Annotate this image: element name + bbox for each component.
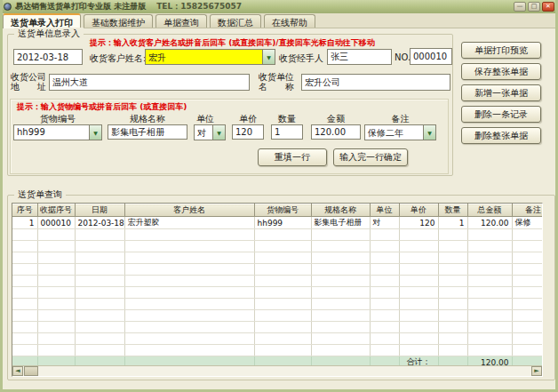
query-empty-cell (37, 322, 75, 333)
query-empty-cell (254, 287, 311, 299)
query-cell[interactable]: 宏升塑胶 (124, 217, 254, 229)
query-empty-cell (75, 345, 124, 356)
query-empty-cell (124, 264, 254, 276)
query-header-cell[interactable]: 日期 (75, 204, 124, 217)
customer-name-combo[interactable]: 宏升 ▼ (145, 49, 275, 65)
query-empty-cell (12, 229, 37, 241)
query-empty-cell (75, 310, 124, 322)
item-code-combo[interactable]: hh999 ▼ (13, 124, 102, 140)
close-button[interactable]: ✕ (542, 2, 554, 12)
query-empty-cell (467, 287, 512, 299)
query-empty-row (12, 287, 543, 299)
query-header-cell[interactable]: 总金额 (467, 204, 512, 217)
maximize-button[interactable]: □ (528, 2, 540, 12)
query-empty-cell (254, 299, 311, 310)
query-header-cell[interactable]: 备注 (512, 204, 543, 217)
query-cell[interactable]: 120 (399, 217, 438, 229)
query-empty-cell (124, 333, 254, 345)
delete-document-button[interactable]: 删除整张单据 (461, 127, 541, 144)
item-spec-input[interactable] (108, 124, 187, 140)
chevron-down-icon[interactable]: ▼ (89, 125, 101, 140)
query-empty-cell (399, 229, 438, 241)
query-empty-cell (512, 276, 543, 287)
query-cell[interactable]: 1 (438, 217, 467, 229)
chevron-down-icon[interactable]: ▼ (212, 125, 225, 140)
print-preview-button[interactable]: 单据打印预览 (461, 42, 541, 59)
no-input[interactable] (410, 48, 452, 65)
receiver-name-input[interactable] (301, 74, 450, 91)
query-empty-cell (399, 264, 438, 276)
query-empty-cell (12, 287, 37, 299)
horizontal-scrollbar[interactable]: ◄ ► (12, 365, 542, 376)
query-empty-cell (512, 322, 543, 333)
tab-base-data[interactable]: 基础数据维护 (84, 14, 153, 28)
chevron-down-icon[interactable]: ▼ (262, 50, 275, 64)
query-table-viewport: 序号收据序号日期客户姓名货物编号规格名称单位单价数量总金额备注 10000102… (12, 203, 543, 377)
query-empty-cell (311, 241, 370, 252)
query-header-cell[interactable]: 单价 (399, 204, 438, 217)
query-empty-cell (37, 287, 75, 299)
new-document-button[interactable]: 新增一张单据 (461, 84, 541, 101)
query-empty-cell (512, 252, 543, 264)
query-empty-cell (438, 276, 467, 287)
scroll-right-icon[interactable]: ► (531, 366, 542, 376)
company-address-input[interactable] (49, 74, 250, 91)
query-empty-cell (124, 287, 254, 299)
chevron-down-icon[interactable]: ▼ (423, 125, 435, 140)
scrollbar-thumb[interactable] (24, 366, 38, 376)
tab-delivery-entry[interactable]: 送货单录入打印 (3, 13, 81, 28)
handler-input[interactable] (327, 49, 392, 65)
item-unit-combo[interactable]: 对 ▼ (194, 124, 226, 140)
tab-document-query[interactable]: 单据查询 (155, 14, 207, 28)
tab-data-summary[interactable]: 数据汇总 (210, 14, 261, 28)
scroll-left-icon[interactable]: ◄ (12, 366, 23, 376)
item-price-input[interactable] (232, 124, 264, 140)
query-empty-row (12, 310, 543, 322)
query-empty-row (12, 333, 543, 345)
query-empty-cell (438, 287, 467, 299)
query-cell[interactable]: 120.00 (467, 217, 512, 229)
query-empty-cell (370, 252, 399, 264)
query-empty-cell (124, 276, 254, 287)
item-note-value[interactable]: 保修二年 (365, 125, 423, 140)
query-empty-cell (438, 322, 467, 333)
item-note-combo[interactable]: 保修二年 ▼ (364, 124, 436, 140)
delete-record-button[interactable]: 删除一条记录 (461, 106, 541, 123)
item-unit-value[interactable]: 对 (195, 125, 212, 140)
query-cell[interactable]: 保修 (512, 217, 543, 229)
query-empty-cell (370, 322, 399, 333)
query-empty-row (12, 252, 543, 264)
query-empty-cell (399, 287, 438, 299)
query-header-cell[interactable]: 单位 (370, 204, 399, 217)
item-code-value[interactable]: hh999 (14, 125, 89, 140)
query-cell[interactable]: 000010 (37, 217, 75, 229)
item-qty-input[interactable] (271, 124, 303, 140)
save-document-button[interactable]: 保存整张单据 (461, 63, 541, 80)
tab-online-help[interactable]: 在线帮助 (264, 14, 315, 28)
query-cell[interactable]: 影集电子相册 (311, 217, 370, 229)
query-cell[interactable]: hh999 (254, 217, 311, 229)
confirm-row-button[interactable]: 输入完一行确定 (333, 148, 408, 166)
window-title: 易达销售送货单打印专业版 未注册版 (15, 1, 146, 12)
query-header-cell[interactable]: 数量 (438, 204, 467, 217)
query-cell[interactable]: 对 (370, 217, 399, 229)
item-amount-input[interactable] (311, 124, 361, 140)
query-empty-cell (399, 252, 438, 264)
query-data-row[interactable]: 10000102012-03-18宏升塑胶hh999影集电子相册对1201120… (12, 217, 543, 229)
query-header-cell[interactable]: 收据序号 (37, 204, 75, 217)
query-empty-cell (254, 333, 311, 345)
date-input[interactable] (13, 49, 83, 65)
query-header-cell[interactable]: 货物编号 (254, 204, 311, 217)
query-empty-cell (75, 264, 124, 276)
minimize-button[interactable]: — (514, 2, 526, 12)
query-empty-cell (512, 345, 543, 356)
tab-bar: 送货单录入打印 基础数据维护 单据查询 数据汇总 在线帮助 (0, 13, 558, 28)
refill-row-button[interactable]: 重填一行 (258, 148, 327, 166)
query-header-cell[interactable]: 序号 (12, 204, 37, 217)
query-header-cell[interactable]: 规格名称 (311, 204, 370, 217)
query-empty-cell (399, 241, 438, 252)
query-cell[interactable]: 2012-03-18 (75, 217, 124, 229)
query-header-cell[interactable]: 客户姓名 (124, 204, 254, 217)
customer-name-value[interactable]: 宏升 (146, 50, 262, 64)
query-cell[interactable]: 1 (12, 217, 37, 229)
